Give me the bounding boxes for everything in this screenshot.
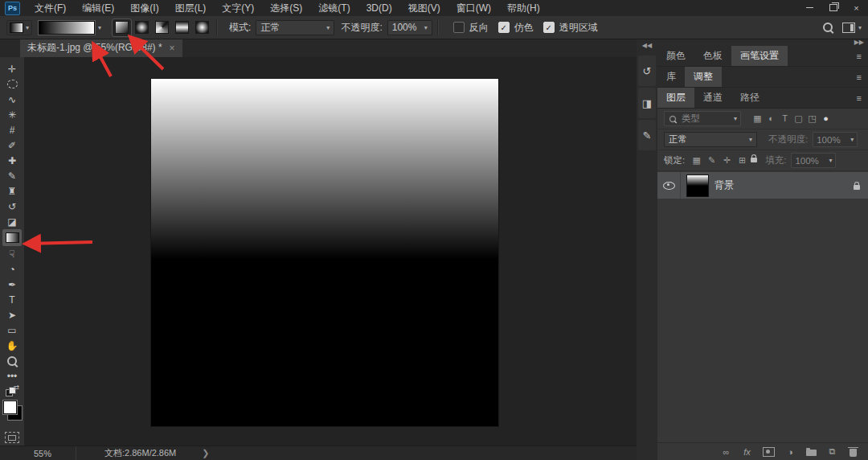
- menu-edit[interactable]: 编辑(E): [74, 0, 122, 16]
- collapse-panels-icon[interactable]: ◀◀: [637, 39, 657, 54]
- filter-shape-layers-icon[interactable]: ▢: [792, 113, 805, 124]
- zoom-tool[interactable]: [2, 353, 22, 368]
- screen-mode-button[interactable]: [5, 432, 19, 443]
- properties-panel-icon[interactable]: ◨: [638, 88, 656, 118]
- menu-view[interactable]: 视图(V): [400, 0, 448, 16]
- history-brush-tool[interactable]: ↺: [2, 199, 22, 214]
- tab-paths[interactable]: 路径: [731, 88, 768, 108]
- layer-visibility-eye-icon[interactable]: [663, 182, 675, 190]
- new-layer-icon[interactable]: ⧉: [827, 446, 837, 457]
- filter-type-layers-icon[interactable]: T: [778, 113, 792, 124]
- edit-toolbar-button[interactable]: •••: [2, 368, 22, 384]
- brush-panels-icon[interactable]: ✎: [638, 120, 656, 150]
- clone-stamp-tool[interactable]: ♜: [2, 183, 22, 199]
- close-tab-icon[interactable]: ×: [170, 43, 175, 54]
- angle-gradient-button[interactable]: [153, 19, 171, 36]
- search-icon[interactable]: [823, 23, 833, 32]
- tool-preset-picker[interactable]: ▾: [6, 20, 32, 35]
- eyedropper-tool[interactable]: ✐: [2, 138, 22, 153]
- panel-menu-icon[interactable]: ≡: [857, 46, 862, 66]
- magic-wand-tool[interactable]: ✳: [2, 107, 22, 122]
- layer-blend-mode-select[interactable]: 正常▾: [664, 132, 757, 147]
- layer-effects-icon[interactable]: fx: [742, 447, 752, 457]
- tab-brush-settings[interactable]: 画笔设置: [731, 46, 788, 66]
- hand-tool[interactable]: ✋: [2, 338, 22, 353]
- fill-select[interactable]: 100%▾: [791, 153, 836, 168]
- menu-image[interactable]: 图像(I): [122, 0, 166, 16]
- healing-brush-tool[interactable]: ✚: [2, 153, 22, 168]
- tab-libraries[interactable]: 库: [657, 67, 685, 87]
- menu-filter[interactable]: 滤镜(T): [310, 0, 358, 16]
- new-group-icon[interactable]: [806, 447, 817, 456]
- status-chevron-icon[interactable]: ❯: [202, 448, 209, 458]
- type-tool[interactable]: T: [2, 292, 22, 307]
- close-button[interactable]: ×: [845, 0, 868, 15]
- marquee-tool[interactable]: [2, 76, 22, 92]
- history-panel-icon[interactable]: ↺: [638, 55, 656, 86]
- expand-panels-icon[interactable]: ▶▶: [657, 39, 868, 46]
- layer-row-background[interactable]: 背景: [657, 172, 868, 199]
- filter-adjustment-layers-icon[interactable]: ◐: [764, 113, 778, 124]
- gradient-tool[interactable]: [2, 229, 22, 246]
- zoom-level-field[interactable]: 55%: [27, 446, 76, 460]
- blend-mode-select[interactable]: 正常▾: [256, 20, 334, 35]
- document-canvas[interactable]: [151, 79, 498, 426]
- lock-image-pixels-icon[interactable]: ✎: [705, 155, 719, 166]
- lock-position-icon[interactable]: ✛: [720, 155, 734, 166]
- minimize-button[interactable]: [798, 0, 821, 15]
- dither-checkbox[interactable]: ✓: [498, 22, 510, 33]
- tab-adjustments[interactable]: 调整: [685, 67, 722, 87]
- default-swap-colors-icon[interactable]: ⇄: [6, 387, 18, 396]
- pen-tool[interactable]: ✒: [2, 277, 22, 292]
- new-adjustment-layer-icon[interactable]: ◑: [785, 447, 796, 457]
- reverse-checkbox[interactable]: [453, 22, 465, 33]
- panel-menu-icon[interactable]: ≡: [857, 88, 862, 108]
- menu-3d[interactable]: 3D(D): [358, 0, 400, 16]
- layer-thumbnail[interactable]: [687, 175, 708, 196]
- opacity-select[interactable]: 100%▾: [387, 20, 432, 35]
- lock-all-icon[interactable]: [751, 158, 757, 162]
- tab-swatches[interactable]: 色板: [694, 46, 731, 66]
- menu-file[interactable]: 文件(F): [27, 0, 74, 16]
- transparency-checkbox[interactable]: ✓: [543, 22, 555, 33]
- radial-gradient-button[interactable]: [133, 19, 151, 36]
- workspace-switcher[interactable]: ▾: [842, 23, 862, 33]
- document-tab[interactable]: 未标题-1.jpg @ 55%(RGB/8#) * ×: [20, 39, 182, 57]
- add-layer-mask-icon[interactable]: [763, 447, 775, 457]
- restore-button[interactable]: [821, 0, 845, 15]
- eraser-tool[interactable]: ◪: [2, 214, 22, 229]
- crop-tool[interactable]: #: [2, 122, 22, 138]
- move-tool[interactable]: ✛: [2, 61, 22, 76]
- lock-artboard-icon[interactable]: ⊞: [735, 155, 749, 166]
- layer-opacity-select[interactable]: 100%▾: [813, 132, 858, 147]
- lock-transparent-pixels-icon[interactable]: ▦: [690, 155, 703, 166]
- delete-layer-icon[interactable]: [848, 447, 858, 457]
- menu-help[interactable]: 帮助(H): [499, 0, 548, 16]
- gradient-editor-preview[interactable]: [39, 21, 95, 35]
- menu-layer[interactable]: 图层(L): [167, 0, 215, 16]
- link-layers-icon[interactable]: ∞: [721, 447, 731, 457]
- gradient-picker-chevron-icon[interactable]: ▾: [95, 24, 104, 31]
- filter-smart-objects-icon[interactable]: ◳: [805, 113, 819, 124]
- layer-filter-select[interactable]: 类型 ▾: [664, 111, 741, 126]
- magic-wand-tool-icon: ✳: [8, 110, 16, 120]
- rectangle-tool[interactable]: ▭: [2, 322, 22, 338]
- dodge-tool[interactable]: ◔: [2, 261, 22, 277]
- linear-gradient-button[interactable]: [113, 19, 131, 36]
- tab-channels[interactable]: 通道: [694, 88, 731, 108]
- foreground-color-swatch[interactable]: [3, 400, 17, 414]
- filter-pixel-layers-icon[interactable]: ▦: [751, 113, 764, 124]
- filter-pin-icon[interactable]: ●: [819, 113, 833, 124]
- tab-layers[interactable]: 图层: [657, 88, 694, 108]
- menu-window[interactable]: 窗口(W): [448, 0, 499, 16]
- reflected-gradient-button[interactable]: [173, 19, 191, 36]
- smudge-tool[interactable]: ☟: [2, 246, 22, 261]
- path-selection-tool[interactable]: ➤: [2, 307, 22, 322]
- menu-select[interactable]: 选择(S): [262, 0, 310, 16]
- brush-tool[interactable]: ✎: [2, 168, 22, 183]
- lasso-tool[interactable]: ∿: [2, 92, 22, 107]
- menu-type[interactable]: 文字(Y): [214, 0, 262, 16]
- diamond-gradient-button[interactable]: [193, 19, 211, 36]
- tab-color[interactable]: 颜色: [657, 46, 694, 66]
- panel-menu-icon[interactable]: ≡: [857, 67, 862, 87]
